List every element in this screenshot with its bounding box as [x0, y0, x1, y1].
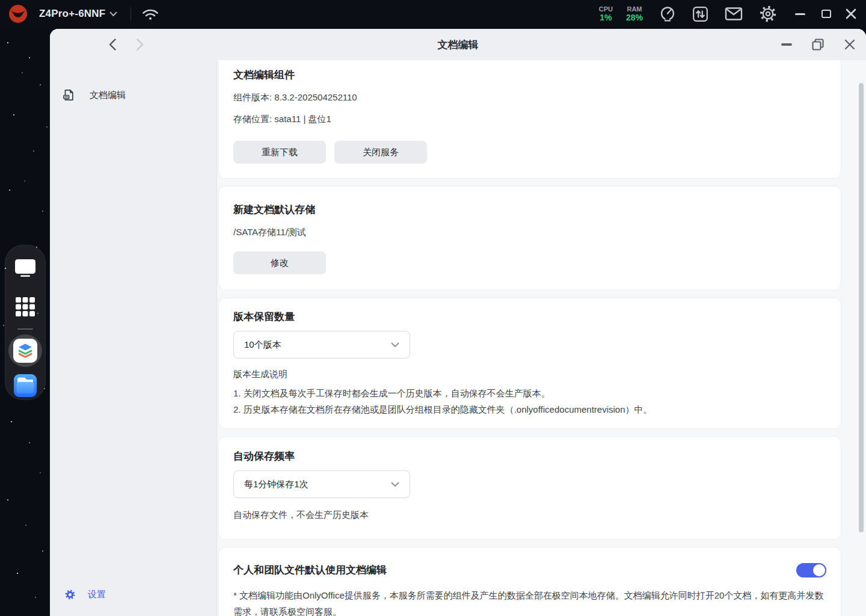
editor-default-note: * 文档编辑功能由OnlyOffice提供服务，本服务所需要的组件及产生的数据全… [233, 587, 826, 616]
version-keep-card: 版本保留数量 10个版本 版本生成说明 1. 关闭文档及每次手工保存时都会生成一… [218, 298, 841, 429]
autosave-card: 自动保存频率 每1分钟保存1次 自动保存文件，不会生产历史版本 [218, 436, 841, 540]
window-title: 文档编辑 [50, 29, 866, 60]
autosave-frequency-select[interactable]: 每1分钟保存1次 [233, 470, 410, 498]
doc-edit-window: 文档编辑 文档编辑 [50, 29, 866, 616]
cpu-stat[interactable]: CPU 1% [599, 5, 613, 23]
system-maximize-button[interactable] [821, 10, 831, 18]
storage-path: /SATA存储11/测试 [233, 226, 826, 238]
system-settings-gear-icon[interactable] [759, 5, 777, 23]
dock-doc-editor-item-active[interactable] [8, 334, 42, 368]
transfer-tasks-icon[interactable] [692, 6, 708, 22]
wifi-icon[interactable] [141, 7, 159, 21]
autosave-card-title: 自动保存频率 [233, 450, 826, 463]
ram-stat[interactable]: RAM 28% [626, 5, 643, 23]
editor-default-title: 个人和团队文件默认使用文档编辑 [233, 564, 387, 577]
sidebar-item-doc-edit[interactable]: 文档编辑 [50, 82, 216, 108]
system-minimize-button[interactable] [795, 13, 805, 15]
sidebar-item-settings[interactable]: 设置 [64, 589, 106, 600]
mail-icon[interactable] [725, 7, 743, 21]
chevron-down-icon [391, 482, 399, 487]
zspace-logo-icon[interactable] [8, 4, 28, 23]
ram-label: RAM [627, 5, 642, 13]
component-card-title: 文档编辑组件 [233, 69, 826, 82]
version-card-title: 版本保留数量 [233, 310, 826, 324]
system-topbar: Z4Pro+-6NNF CPU 1% RAM 28% [0, 0, 866, 28]
ram-value: 28% [626, 13, 643, 22]
window-sidebar: 文档编辑 设置 [50, 60, 217, 616]
version-count-value: 10个版本 [244, 339, 281, 351]
content-scrollbar-thumb[interactable] [859, 83, 864, 532]
dock-desktop-item[interactable] [11, 254, 40, 282]
version-note-line1: 1. 关闭文档及每次手工保存时都会生成一个历史版本，自动保存不会生产版本。 [233, 385, 826, 401]
device-chevron-down-icon[interactable] [109, 11, 117, 17]
desktop-dock [5, 245, 46, 400]
sidebar-item-label: 文档编辑 [90, 90, 126, 101]
autosave-frequency-value: 每1分钟保存1次 [244, 479, 309, 490]
dock-divider [17, 328, 33, 330]
component-location: 存储位置: sata11 | 盘位1 [233, 113, 826, 125]
component-version: 组件版本: 8.3.2-202504252110 [233, 91, 826, 103]
system-close-button[interactable] [845, 8, 857, 20]
default-storage-card: 新建文档默认存储 /SATA存储11/测试 修改 [218, 186, 841, 291]
cpu-label: CPU [599, 5, 613, 13]
stop-service-button[interactable]: 关闭服务 [334, 141, 427, 164]
editor-default-card: 个人和团队文件默认使用文档编辑 * 文档编辑功能由OnlyOffice提供服务，… [218, 547, 841, 616]
editor-default-toggle[interactable] [796, 563, 826, 578]
version-note-title: 版本生成说明 [233, 368, 826, 380]
window-close-button[interactable] [843, 37, 857, 52]
dock-apps-item[interactable] [11, 293, 40, 321]
component-card: 文档编辑组件 组件版本: 8.3.2-202504252110 存储位置: sa… [218, 60, 841, 179]
settings-content: 文档编辑组件 组件版本: 8.3.2-202504252110 存储位置: sa… [218, 60, 866, 616]
redownload-button[interactable]: 重新下载 [233, 141, 326, 164]
modify-button[interactable]: 修改 [233, 251, 326, 274]
settings-label: 设置 [88, 589, 106, 600]
device-name[interactable]: Z4Pro+-6NNF [39, 8, 105, 20]
version-note-line2: 2. 历史版本存储在文档所在存储池或是团队分组根目录的隐藏文件夹（.onlyof… [233, 401, 826, 417]
window-minimize-button[interactable] [781, 43, 792, 46]
dock-files-item[interactable] [11, 371, 40, 399]
cpu-value: 1% [600, 13, 612, 22]
topbar-divider [131, 7, 131, 20]
doc-editor-app-icon [13, 339, 37, 363]
toggle-knob [813, 564, 825, 576]
version-count-select[interactable]: 10个版本 [233, 331, 410, 359]
performance-gauge-icon[interactable] [659, 5, 676, 22]
window-header: 文档编辑 [50, 29, 866, 60]
autosave-note: 自动保存文件，不会生产历史版本 [233, 509, 826, 521]
chevron-down-icon [391, 342, 399, 348]
window-restore-button[interactable] [811, 38, 825, 51]
storage-card-title: 新建文档默认存储 [233, 203, 826, 217]
